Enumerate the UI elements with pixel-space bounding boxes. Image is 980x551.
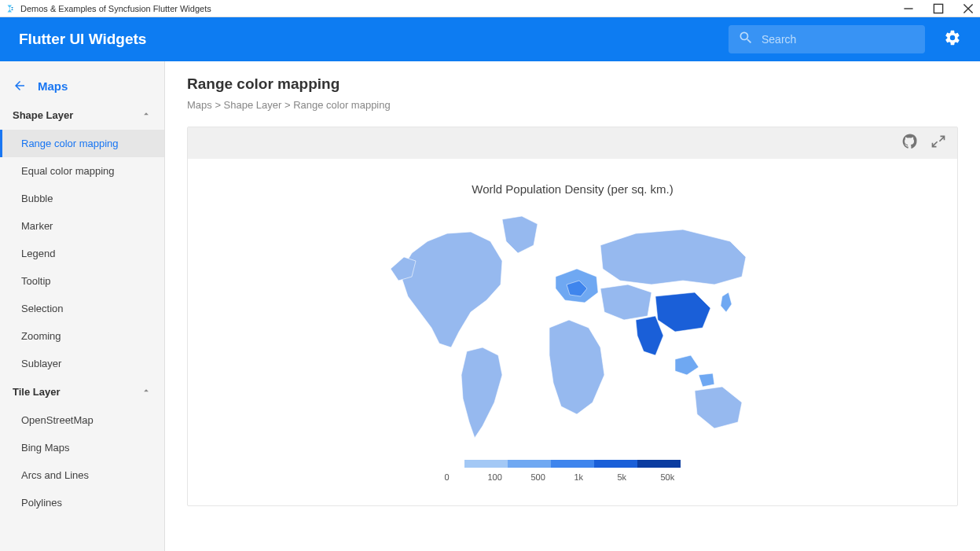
app-bar: Flutter UI Widgets [0, 17, 980, 61]
github-icon[interactable] [902, 134, 918, 152]
maximize-icon[interactable] [933, 3, 944, 14]
sidebar-item-polylines[interactable]: Polylines [0, 489, 164, 516]
legend-swatch [551, 460, 594, 468]
map-legend: 01005001k5k50k [443, 460, 703, 482]
minimize-icon[interactable] [903, 3, 914, 14]
page-title: Range color mapping [187, 75, 958, 93]
group-label: Tile Layer [13, 386, 60, 398]
sidebar: Maps Shape Layer Range color mapping Equ… [0, 61, 165, 551]
legend-label: 50k [659, 472, 703, 482]
search-icon [738, 30, 754, 49]
world-map [384, 210, 762, 446]
svg-marker-0 [8, 5, 13, 12]
window-title: Demos & Examples of Syncfusion Flutter W… [20, 4, 211, 13]
sidebar-item-legend[interactable]: Legend [0, 240, 164, 267]
sidebar-item-range-color-mapping[interactable]: Range color mapping [0, 130, 164, 157]
legend-label: 1k [573, 472, 616, 482]
sidebar-item-bing-maps[interactable]: Bing Maps [0, 434, 164, 461]
map-title: World Population Density (per sq. km.) [472, 182, 674, 196]
sidebar-item-arcs-and-lines[interactable]: Arcs and Lines [0, 461, 164, 489]
legend-swatch [594, 460, 637, 468]
svg-rect-3 [934, 4, 942, 13]
sidebar-item-selection[interactable]: Selection [0, 295, 164, 322]
fullscreen-icon[interactable] [930, 134, 946, 152]
sidebar-item-sublayer[interactable]: Sublayer [0, 350, 164, 377]
chevron-up-icon [141, 385, 152, 399]
group-tile-layer[interactable]: Tile Layer [0, 377, 164, 406]
sidebar-section-header[interactable]: Maps [0, 71, 164, 101]
legend-label: 500 [530, 472, 573, 482]
sidebar-item-equal-color-mapping[interactable]: Equal color mapping [0, 157, 164, 185]
sidebar-item-openstreetmap[interactable]: OpenStreetMap [0, 406, 164, 434]
legend-label: 0 [443, 472, 486, 482]
sidebar-section-label: Maps [38, 79, 68, 93]
sidebar-item-tooltip[interactable]: Tooltip [0, 267, 164, 295]
back-arrow-icon [13, 79, 27, 93]
legend-label: 5k [616, 472, 659, 482]
breadcrumb: Maps > Shape Layer > Range color mapping [187, 99, 958, 111]
card-toolbar [188, 127, 957, 159]
sidebar-item-zooming[interactable]: Zooming [0, 322, 164, 350]
content-area: Range color mapping Maps > Shape Layer >… [165, 61, 980, 551]
sidebar-item-marker[interactable]: Marker [0, 212, 164, 240]
search-box[interactable] [729, 25, 925, 53]
chevron-up-icon [141, 108, 152, 122]
brand-title: Flutter UI Widgets [19, 31, 146, 48]
settings-button[interactable] [944, 29, 961, 50]
close-icon[interactable] [963, 3, 974, 14]
legend-swatch [637, 460, 681, 468]
sample-card: World Population Density (per sq. km.) [187, 127, 958, 506]
svg-marker-1 [11, 7, 13, 10]
window-titlebar: Demos & Examples of Syncfusion Flutter W… [0, 0, 980, 17]
legend-swatch [508, 460, 551, 468]
app-icon [6, 4, 16, 13]
legend-swatch [464, 460, 508, 468]
group-shape-layer[interactable]: Shape Layer [0, 101, 164, 130]
sidebar-item-bubble[interactable]: Bubble [0, 185, 164, 212]
search-input[interactable] [762, 33, 916, 46]
group-label: Shape Layer [13, 109, 73, 121]
legend-label: 100 [486, 472, 530, 482]
